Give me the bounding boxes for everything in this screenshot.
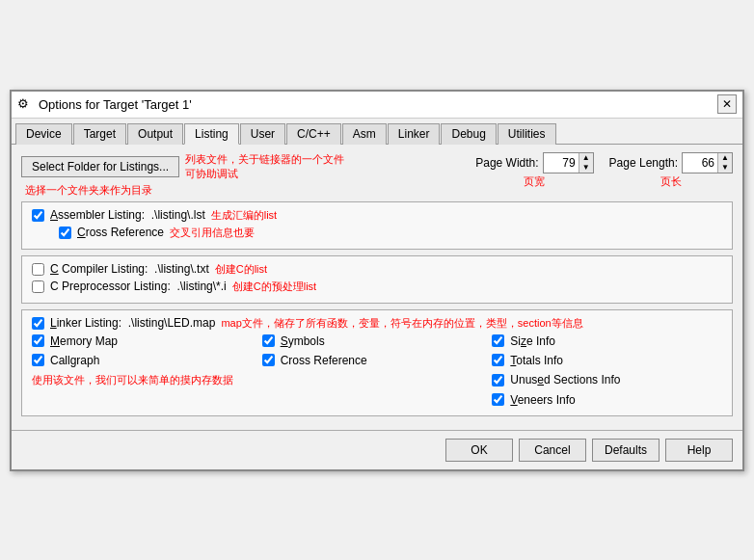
page-length-up[interactable]: ▲ <box>718 153 732 163</box>
tab-device[interactable]: Device <box>15 123 72 145</box>
page-width-label: Page Width: <box>475 156 538 170</box>
linker-listing-checkbox[interactable] <box>32 317 44 330</box>
memory-map-row: Memory Map <box>32 334 262 348</box>
c-compiler-section: C Compiler Listing: .\listing\.txt 创建C的l… <box>21 255 733 304</box>
tab-cpp[interactable]: C/C++ <box>286 123 341 145</box>
c-compiler-checkbox[interactable] <box>32 263 44 276</box>
c-compiler-annotation: 创建C的list <box>215 262 267 277</box>
unused-sections-label: Unused Sections Info <box>510 373 620 387</box>
help-button[interactable]: Help <box>665 439 733 462</box>
c-preprocessor-annotation: 创建C的预处理list <box>232 280 316 294</box>
symbols-checkbox[interactable] <box>262 334 275 347</box>
page-length-spinner[interactable]: ▲ ▼ <box>682 152 733 173</box>
cross-ref-annotation: 交叉引用信息也要 <box>170 226 255 240</box>
tab-utilities[interactable]: Utilities <box>498 123 556 145</box>
title-bar-left: ⚙ Options for Target 'Target 1' <box>17 96 192 112</box>
cross-reference-label: Cross Reference <box>77 226 164 239</box>
c-compiler-row: C Compiler Listing: .\listing\.txt 创建C的l… <box>32 262 722 277</box>
app-icon: ⚙ <box>17 96 33 112</box>
callgraph-checkbox[interactable] <box>32 354 44 366</box>
cross-reference-checkbox[interactable] <box>59 227 71 239</box>
size-info-label: Size Info <box>510 334 555 348</box>
unused-sections-checkbox[interactable] <box>492 374 504 387</box>
content-area: Select Folder for Listings... 列表文件，关于链接器… <box>12 145 742 430</box>
assembler-listing-checkbox[interactable] <box>32 209 44 222</box>
assembler-annotation: 生成汇编的list <box>211 208 277 223</box>
ok-button[interactable]: OK <box>445 439 513 462</box>
page-length-input[interactable] <box>683 155 717 171</box>
c-preprocessor-checkbox[interactable] <box>32 280 44 293</box>
cancel-button[interactable]: Cancel <box>519 439 586 462</box>
page-width-down[interactable]: ▼ <box>579 163 593 173</box>
page-length-down[interactable]: ▼ <box>718 163 732 173</box>
size-info-checkbox[interactable] <box>492 334 504 347</box>
page-width-spinner[interactable]: ▲ ▼ <box>543 152 594 173</box>
size-info-row: Size Info <box>492 334 722 348</box>
totals-info-row: Totals Info <box>492 354 722 367</box>
linker-annotation: map文件，储存了所有函数，变量，符号在内存的位置，类型，section等信息 <box>221 316 582 331</box>
tab-bar: Device Target Output Listing User C/C++ … <box>12 119 742 145</box>
assembler-listing-label: Assembler Listing: .\listing\.lst <box>50 208 205 222</box>
veneers-info-label: Veneers Info <box>510 393 575 407</box>
page-length-annotation: 页长 <box>660 174 682 189</box>
tab-target[interactable]: Target <box>73 123 126 145</box>
assembler-section: Assembler Listing: .\listing\.lst 生成汇编的l… <box>21 201 733 250</box>
linker-annotation2: 使用该文件，我们可以来简单的摸内存数据 <box>32 373 233 387</box>
memory-map-label: Memory Map <box>50 334 118 348</box>
annotation2-row: 使用该文件，我们可以来简单的摸内存数据 <box>32 373 262 387</box>
toolbar-annotation-1: 列表文件，关于链接器的一个文件 <box>185 152 344 167</box>
symbols-label: Symbols <box>281 334 325 348</box>
totals-info-label: Totals Info <box>510 354 563 367</box>
linker-cross-ref-row: Cross Reference <box>262 354 493 367</box>
defaults-button[interactable]: Defaults <box>592 439 660 462</box>
title-bar: ⚙ Options for Target 'Target 1' ✕ <box>12 92 742 119</box>
page-width-group: Page Width: ▲ ▼ <box>475 152 593 173</box>
callgraph-label: Callgraph <box>50 354 99 367</box>
footer: OK Cancel Defaults Help <box>12 430 742 469</box>
linker-listing-label: Linker Listing: .\listing\LED.map <box>50 316 215 330</box>
symbols-row: Symbols <box>262 334 493 348</box>
tab-user[interactable]: User <box>240 123 285 145</box>
page-width-input[interactable] <box>544 155 579 171</box>
window-title: Options for Target 'Target 1' <box>39 97 192 112</box>
page-length-label: Page Length: <box>609 156 678 170</box>
veneers-info-row: Veneers Info <box>492 393 722 407</box>
page-length-spinner-btns: ▲ ▼ <box>717 153 732 173</box>
assembler-listing-row: Assembler Listing: .\listing\.lst 生成汇编的l… <box>32 208 722 223</box>
page-width-spinner-btns: ▲ ▼ <box>579 153 593 173</box>
main-window: ⚙ Options for Target 'Target 1' ✕ Device… <box>10 90 744 471</box>
tab-output[interactable]: Output <box>127 123 183 145</box>
totals-info-checkbox[interactable] <box>492 354 504 366</box>
page-length-group: Page Length: ▲ ▼ <box>609 152 733 173</box>
veneers-info-checkbox[interactable] <box>492 393 504 406</box>
tab-linker[interactable]: Linker <box>388 123 441 145</box>
unused-sections-row: Unused Sections Info <box>492 373 722 387</box>
page-width-annotation: 页宽 <box>524 174 545 189</box>
toolbar-annotation-2: 可协助调试 <box>185 167 344 181</box>
tab-asm[interactable]: Asm <box>342 123 387 145</box>
linker-section: Linker Listing: .\listing\LED.map map文件，… <box>21 309 733 416</box>
linker-cross-ref-checkbox[interactable] <box>262 354 275 366</box>
linker-listing-row: Linker Listing: .\listing\LED.map map文件，… <box>32 316 722 331</box>
callgraph-row: Callgraph <box>32 354 262 367</box>
close-button[interactable]: ✕ <box>717 94 737 114</box>
c-preprocessor-row: C Preprocessor Listing: .\listing\*.i 创建… <box>32 280 722 294</box>
c-compiler-label: C Compiler Listing: .\listing\.txt <box>50 262 209 276</box>
tab-debug[interactable]: Debug <box>441 123 496 145</box>
linker-cross-ref-label: Cross Reference <box>281 354 367 367</box>
memory-map-checkbox[interactable] <box>32 334 44 347</box>
c-preprocessor-label: C Preprocessor Listing: .\listing\*.i <box>50 280 227 293</box>
folder-annotation: 选择一个文件夹来作为目录 <box>25 183 344 198</box>
cross-ref-row: Cross Reference 交叉引用信息也要 <box>59 226 722 240</box>
page-width-up[interactable]: ▲ <box>579 153 593 163</box>
select-folder-button[interactable]: Select Folder for Listings... <box>21 156 179 177</box>
tab-listing[interactable]: Listing <box>184 123 239 145</box>
